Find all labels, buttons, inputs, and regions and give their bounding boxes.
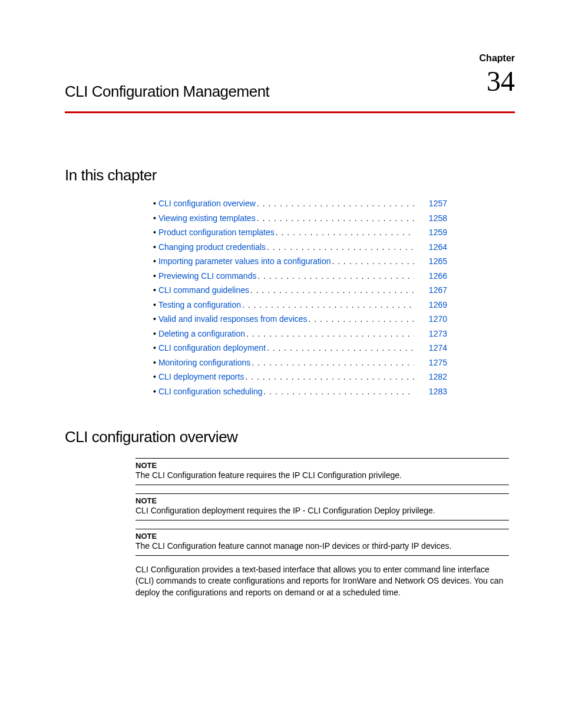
section-heading: CLI configuration overview (65, 428, 515, 446)
chapter-title: CLI Configuration Management (65, 83, 515, 101)
toc-link[interactable]: Product configuration templates (158, 225, 275, 240)
chapter-number: 34 (487, 65, 515, 97)
toc-leader-dots (257, 196, 414, 211)
toc-page-number[interactable]: 1267 (421, 283, 447, 298)
toc-row: •Viewing existing templates1258 (153, 211, 447, 226)
toc-page-number[interactable]: 1265 (421, 254, 447, 269)
bullet-icon: • (153, 254, 156, 269)
toc-row: •Valid and invalid responses from device… (153, 312, 447, 327)
toc-link[interactable]: Changing product credentials (158, 240, 266, 255)
toc-page-number[interactable]: 1259 (421, 225, 447, 240)
toc-row: •Deleting a configuration1273 (153, 327, 447, 341)
note-text: The CLI Configuration feature cannot man… (135, 541, 509, 552)
bullet-icon: • (153, 225, 156, 240)
toc-leader-dots (309, 312, 414, 327)
toc-row: •Monitoring configurations1275 (153, 355, 447, 370)
bullet-icon: • (153, 211, 156, 226)
toc-page-number[interactable]: 1258 (421, 211, 447, 226)
bullet-icon: • (153, 355, 156, 370)
toc-link[interactable]: CLI configuration deployment (158, 341, 266, 355)
bullet-icon: • (153, 298, 156, 312)
toc-row: •CLI configuration deployment1274 (153, 341, 447, 355)
note-label: NOTE (135, 532, 509, 541)
toc-leader-dots (245, 370, 414, 384)
toc-row: •Changing product credentials1264 (153, 240, 447, 255)
toc-page-number[interactable]: 1266 (421, 269, 447, 284)
toc-link[interactable]: Deleting a configuration (158, 327, 245, 341)
toc-heading: In this chapter (65, 166, 515, 185)
bullet-icon: • (153, 240, 156, 255)
toc-leader-dots (246, 327, 414, 341)
table-of-contents: •CLI configuration overview1257•Viewing … (153, 196, 447, 398)
bullet-icon: • (153, 196, 156, 211)
toc-row: •Product configuration templates1259 (153, 225, 447, 240)
toc-row: •Importing parameter values into a confi… (153, 254, 447, 269)
toc-link[interactable]: CLI configuration scheduling (158, 384, 263, 399)
toc-leader-dots (276, 225, 414, 240)
toc-leader-dots (267, 341, 414, 355)
section-body: NOTEThe CLI Configuration feature requir… (135, 458, 509, 598)
note-box: NOTECLI Configuration deployment require… (135, 493, 509, 521)
toc-link[interactable]: Testing a configuration (158, 298, 241, 312)
bullet-icon: • (153, 327, 156, 341)
chapter-rule (65, 111, 515, 113)
bullet-icon: • (153, 341, 156, 355)
note-label: NOTE (135, 496, 509, 505)
toc-link[interactable]: Viewing existing templates (158, 211, 256, 226)
note-box: NOTEThe CLI Configuration feature requir… (135, 458, 509, 485)
bullet-icon: • (153, 384, 156, 399)
toc-page-number[interactable]: 1270 (421, 312, 447, 327)
bullet-icon: • (153, 312, 156, 327)
toc-leader-dots (264, 384, 414, 399)
toc-page-number[interactable]: 1274 (421, 341, 447, 355)
toc-page-number[interactable]: 1282 (421, 370, 447, 384)
toc-leader-dots (242, 298, 414, 312)
toc-link[interactable]: CLI command guidelines (158, 283, 249, 298)
toc-row: •CLI deployment reports1282 (153, 370, 447, 384)
toc-link[interactable]: Monitoring configurations (158, 355, 250, 370)
toc-leader-dots (252, 355, 414, 370)
note-text: CLI Configuration deployment requires th… (135, 505, 509, 516)
toc-link[interactable]: Valid and invalid responses from devices (158, 312, 308, 327)
bullet-icon: • (153, 370, 156, 384)
note-text: The CLI Configuration feature requires t… (135, 470, 509, 481)
note-box: NOTEThe CLI Configuration feature cannot… (135, 529, 509, 556)
toc-leader-dots (332, 254, 414, 269)
toc-link[interactable]: Importing parameter values into a config… (158, 254, 331, 269)
toc-row: •Previewing CLI commands1266 (153, 269, 447, 284)
body-paragraph: CLI Configuration provides a text-based … (135, 564, 509, 599)
toc-page-number[interactable]: 1257 (421, 196, 447, 211)
toc-page-number[interactable]: 1269 (421, 298, 447, 312)
toc-page-number[interactable]: 1275 (421, 355, 447, 370)
toc-link[interactable]: CLI configuration overview (158, 196, 256, 211)
toc-link[interactable]: Previewing CLI commands (158, 269, 257, 284)
bullet-icon: • (153, 269, 156, 284)
bullet-icon: • (153, 283, 156, 298)
toc-page-number[interactable]: 1283 (421, 384, 447, 399)
toc-leader-dots (257, 269, 414, 284)
toc-link[interactable]: CLI deployment reports (158, 370, 244, 384)
note-label: NOTE (135, 461, 509, 470)
toc-leader-dots (250, 283, 414, 298)
toc-row: •CLI command guidelines1267 (153, 283, 447, 298)
toc-leader-dots (267, 240, 414, 255)
toc-row: •CLI configuration overview1257 (153, 196, 447, 211)
chapter-label: Chapter (480, 53, 515, 64)
toc-row: •Testing a configuration1269 (153, 298, 447, 312)
toc-page-number[interactable]: 1273 (421, 327, 447, 341)
toc-leader-dots (257, 211, 414, 226)
toc-row: •CLI configuration scheduling1283 (153, 384, 447, 399)
toc-page-number[interactable]: 1264 (421, 240, 447, 255)
